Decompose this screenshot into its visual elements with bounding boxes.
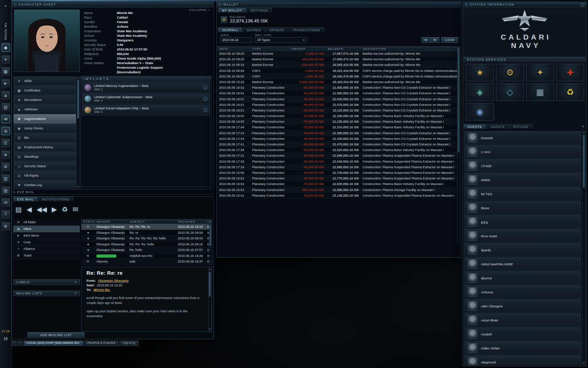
journal-row[interactable]: 2010.06.08 18:01 Planetary Construction … — [217, 102, 460, 108]
neocom-icon[interactable]: ◎ — [2, 127, 10, 135]
mail-toolbar-icon[interactable]: ▶ — [52, 204, 57, 215]
to-character-link[interactable]: Minnie Mo, — [93, 288, 110, 292]
character-sheet-nav-item[interactable]: ◉ Jump Clones — [14, 124, 76, 133]
scrollbar-thumb[interactable] — [583, 135, 585, 188]
journal-row[interactable]: 2010.06.10 08:56 CSPA -2,950.00 ISK 18,4… — [217, 74, 460, 79]
neocom-icon[interactable]: ► — [2, 79, 10, 87]
neocom-icon[interactable]: ▤ — [2, 103, 10, 111]
scrollbar-thumb[interactable] — [77, 80, 79, 118]
neocom-icon[interactable]: ▦ — [2, 67, 10, 75]
character-sheet-nav-item[interactable]: ▤ Employment History — [14, 143, 76, 152]
neocom-icon[interactable]: ◉ — [2, 43, 10, 52]
mail-folder[interactable]: ▣ Inbox — [13, 226, 80, 232]
implant-row[interactable]: Limited Memory Augmentation – Beta Slot:… — [82, 82, 210, 93]
station-service-icon[interactable]: ◈ — [466, 83, 494, 101]
character-sheet-nav-item[interactable]: ⚑ Combat Log — [14, 180, 76, 190]
neocom-icon[interactable]: ⚙ — [2, 222, 10, 230]
guest-row[interactable]: 9yards — [464, 243, 581, 257]
character-sheet-nav-item[interactable]: ◇ Security Status — [14, 162, 76, 171]
guest-row[interactable]: g'g'g — [464, 215, 581, 229]
mail-toolbar-icon[interactable]: ◀◀ — [37, 204, 47, 215]
neocom-expand-icon[interactable]: » — [5, 4, 7, 8]
journal-row[interactable]: 2010.06.08 15:52 Planetary Construction … — [217, 176, 460, 181]
journal-row[interactable]: 2010.06.08 17:38 Planetary Construction … — [217, 147, 460, 153]
info-icon[interactable]: i — [203, 97, 208, 101]
mail-row[interactable]: ◄ Olusegun Obasanjo Re: Re: Re: hello 20… — [81, 241, 212, 247]
labels-expander[interactable]: Labels » — [13, 279, 80, 285]
guest-row[interactable]: Aiden Vorlan — [464, 341, 581, 355]
station-service-icon[interactable]: ✦ — [526, 64, 554, 81]
journal-row[interactable]: 2010.06.08 17:31 Planetary Construction … — [217, 153, 460, 158]
scrollbar-thumb[interactable] — [209, 272, 211, 297]
journal-row[interactable]: 2010.06.08 18:01 Planetary Construction … — [217, 96, 460, 102]
journal-row[interactable]: 2010.06.08 18:01 Planetary Construction … — [217, 90, 460, 96]
mail-row[interactable]: ◄ Olusegun Obasanjo Re: re 2010.06.16 08… — [81, 230, 212, 236]
wallet-subtab[interactable]: TRANSACTIONS — [289, 27, 324, 32]
chat-tab[interactable]: LOCAL [904]-CORP [568]-MINNIE MO. — [23, 341, 83, 346]
guest-row[interactable]: Onassis — [464, 131, 581, 144]
wallet-subtab[interactable]: ORDERS — [266, 27, 288, 32]
journal-row[interactable]: 2010.06.08 17:41 Planetary Construction … — [217, 142, 460, 147]
mail-folder[interactable]: ✦ Corp — [13, 239, 80, 246]
journal-row[interactable]: 2010.06.08 15:52 Planetary Construction … — [217, 181, 460, 187]
journal-row[interactable]: 2010.06.08 15:58 Planetary Construction … — [217, 170, 460, 176]
character-sheet-nav-item[interactable]: ▣ Certificates — [14, 86, 76, 95]
journal-row[interactable]: 2010.06.10 09:20 Market Escrow -2,399.94… — [217, 51, 460, 56]
scroll-up-icon[interactable]: ▲ — [582, 125, 584, 127]
guest-row[interactable]: 66 TSG — [464, 187, 581, 200]
station-service-icon[interactable]: ▦ — [526, 83, 554, 101]
station-tab[interactable]: AGENTS — [486, 124, 509, 129]
chat-channel-icon[interactable] — [18, 341, 22, 346]
character-sheet-nav-item[interactable]: ◈ Attributes — [14, 105, 76, 114]
journal-row[interactable]: 2010.06.09 15:22 Market Escrow -3,506,52… — [217, 79, 460, 85]
journal-row[interactable]: 2010.06.10 08:56 CSPA -2,950.00 ISK 18,4… — [217, 68, 460, 74]
neocom-icon[interactable]: ★ — [2, 151, 10, 159]
character-sheet-nav-item[interactable]: ✚ Augmentations — [14, 114, 76, 123]
guest-row[interactable]: 9cos noset — [464, 229, 581, 243]
chat-tab[interactable]: | [0]-S [1] — [119, 341, 139, 346]
mail-tab[interactable]: EVE MAIL — [13, 197, 37, 202]
mail-folder[interactable]: ✧ Alliance — [13, 246, 80, 252]
neocom-icon[interactable]: ▲ — [2, 91, 10, 99]
pager-prev-button[interactable]: ≪ — [422, 37, 430, 43]
station-service-icon[interactable]: ⚙ — [496, 64, 524, 81]
guest-list-scrollbar[interactable]: ▲ ▼ — [582, 130, 586, 365]
journal-row[interactable]: 2010.06.08 17:29 Planetary Construction … — [217, 159, 460, 164]
scroll-down-icon[interactable]: ▼ — [583, 362, 585, 365]
journal-row[interactable]: 2010.06.08 15:52 Planetary Construction … — [217, 187, 460, 193]
journal-row[interactable]: 2010.06.10 09:18 Market Escrow -330,000.… — [217, 62, 460, 68]
implant-row[interactable]: Limited Social Adaptation Chip – Beta Sl… — [82, 105, 210, 115]
journal-row[interactable]: 2010.06.08 18:01 Planetary Construction … — [217, 108, 460, 113]
wallet-tab[interactable]: SETTINGS — [247, 8, 272, 13]
guest-row[interactable]: 44000 — [464, 173, 581, 186]
scroll-up-icon[interactable]: ▲ — [77, 76, 79, 80]
neocom-icon[interactable]: ⚙ — [2, 163, 10, 171]
from-character-link[interactable]: Olusegun Obasanjo — [98, 279, 129, 282]
scroll-down-icon[interactable]: ▼ — [209, 328, 211, 331]
journal-row[interactable]: 2010.06.08 18:00 Planetary Construction … — [217, 113, 460, 119]
implant-row[interactable]: Limited Cybernetic Subprocessor – Beta S… — [82, 94, 210, 104]
window-pin-icon[interactable] — [581, 3, 584, 6]
wallet-subtab[interactable]: JOURNAL — [218, 27, 242, 32]
mail-folder[interactable]: ✉ All Mails — [13, 219, 80, 226]
scroll-up-icon[interactable]: ▲ — [209, 268, 211, 271]
journal-row[interactable]: 2010.06.08 18:00 Planetary Construction … — [217, 119, 460, 124]
station-tab[interactable]: OFFICES — [509, 124, 532, 129]
load-button[interactable]: LOAD — [441, 37, 458, 43]
guest-row[interactable]: 8tone — [464, 201, 581, 214]
station-service-icon[interactable]: ◇ — [496, 83, 524, 101]
chat-channel-icon[interactable] — [12, 341, 16, 346]
mail-folder[interactable]: ♻ Trash — [13, 252, 80, 259]
station-titlebar[interactable]: STATION INFORMATION — [463, 2, 586, 7]
mail-toolbar-icon[interactable]: ◀ — [27, 204, 32, 215]
guest-row[interactable]: Abdul Isa4FINLANDE — [464, 257, 581, 271]
pager-next-button[interactable]: ≫ — [431, 37, 439, 43]
character-sheet-nav-item[interactable]: ☰ Bio — [14, 133, 76, 142]
reftype-dropdown[interactable]: All Types ▾ — [254, 37, 307, 43]
guest-row[interactable]: Adm ChengHo — [464, 299, 581, 313]
character-nav-scrollbar[interactable]: ▲ ▼ — [77, 76, 80, 189]
neocom-icon[interactable]: ? — [2, 210, 10, 218]
journal-row[interactable]: 2010.06.08 17:46 Planetary Construction … — [217, 124, 460, 130]
character-sheet-nav-item[interactable]: ⚖ Standings — [14, 152, 76, 161]
add-mailing-list-button[interactable]: ADD MAILING LIST — [28, 332, 84, 338]
